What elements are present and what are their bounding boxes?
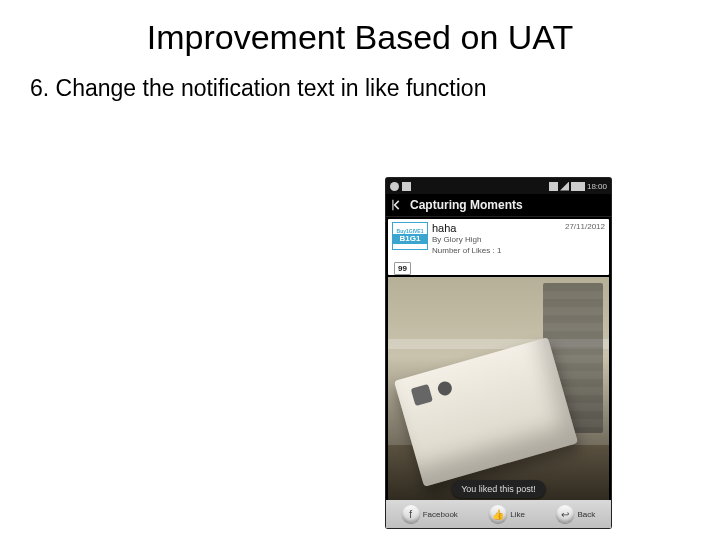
post-likes-count: Number of Likes : 1 xyxy=(432,246,561,255)
back-icon[interactable] xyxy=(390,198,404,212)
facebook-icon: f xyxy=(402,505,420,523)
facebook-button[interactable]: f Facebook xyxy=(402,505,458,523)
sync-icon xyxy=(402,182,411,191)
app-bar: Capturing Moments xyxy=(386,194,611,217)
post-caption: haha xyxy=(432,222,561,234)
post-card: Buy1GIVE1 B1G1 haha By Glory High Number… xyxy=(388,219,609,275)
logo-bottom-text: B1G1 xyxy=(393,234,427,244)
app-title: Capturing Moments xyxy=(410,198,523,212)
signal-icon xyxy=(560,182,569,191)
thumbs-up-icon: 👍 xyxy=(489,505,507,523)
back-label: Back xyxy=(577,510,595,519)
facebook-label: Facebook xyxy=(423,510,458,519)
post-header: Buy1GIVE1 B1G1 haha By Glory High Number… xyxy=(388,219,609,257)
like-label: Like xyxy=(510,510,525,519)
svg-rect-0 xyxy=(392,200,393,211)
slide: Improvement Based on UAT 6. Change the n… xyxy=(0,18,720,540)
wifi-icon xyxy=(549,182,558,191)
post-photo xyxy=(388,277,609,505)
gps-icon xyxy=(390,182,399,191)
back-button[interactable]: ↩ Back xyxy=(556,505,595,523)
counter-badge: 99 xyxy=(394,262,411,275)
like-button[interactable]: 👍 Like xyxy=(489,505,525,523)
return-icon: ↩ xyxy=(556,505,574,523)
post-date: 27/11/2012 xyxy=(565,222,605,231)
org-logo: Buy1GIVE1 B1G1 xyxy=(392,222,428,250)
bottom-bar: f Facebook 👍 Like ↩ Back xyxy=(386,500,611,528)
phone-screenshot: 18:00 Capturing Moments Buy1GIVE1 B1G1 h… xyxy=(386,178,611,528)
slide-title: Improvement Based on UAT xyxy=(0,18,720,57)
slide-bullet: 6. Change the notification text in like … xyxy=(30,75,720,102)
status-bar: 18:00 xyxy=(386,178,611,194)
status-time: 18:00 xyxy=(587,182,607,191)
toast-notification: You liked this post! xyxy=(451,480,546,498)
battery-icon xyxy=(571,182,585,191)
post-byline: By Glory High xyxy=(432,235,561,244)
